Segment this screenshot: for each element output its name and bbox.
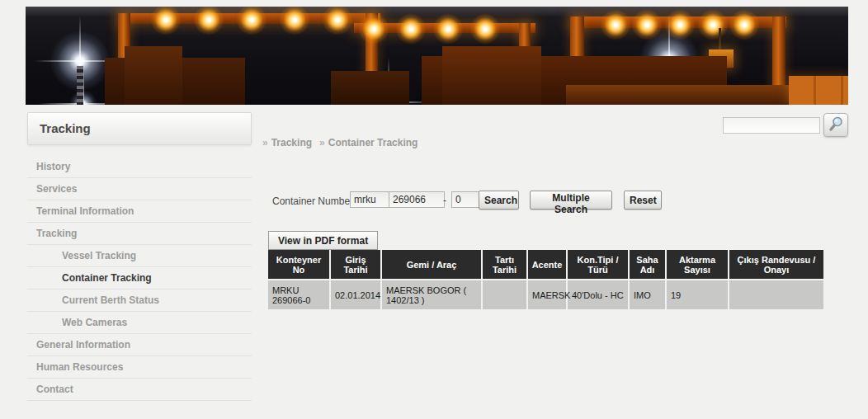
sidebar-item-history[interactable]: History [27,156,252,178]
sidebar-item-contact[interactable]: Contact [27,379,252,401]
crane-lamp [395,13,427,45]
crane-lamp [469,13,501,45]
column-header-kon-tipi-t-r: Kon.Tipi / Türü [567,250,629,280]
breadcrumb-link-tracking[interactable]: Tracking [271,137,312,148]
sidebar-item-container-tracking[interactable]: Container Tracking [27,267,252,290]
crane-lamp [150,7,182,35]
search-button[interactable]: Search [479,191,519,210]
column-header-tart-tarihi: Tartı Tarihi [482,250,527,280]
sidebar-item-terminal-information[interactable]: Terminal Information [27,200,252,223]
breadcrumb-separator: » [319,137,325,148]
container-number-label: Container Number [272,195,353,207]
crane-lamp [236,7,267,35]
column-header-aktarma-say-s: Aktarma Sayısı [666,250,729,280]
light-pole [77,66,83,105]
crane-lamp [322,7,353,35]
crane-lamp [193,7,224,35]
breadcrumb-link-container-tracking[interactable]: Container Tracking [328,137,418,148]
column-header-gemi-ara: Gemi / Araç [381,250,482,280]
sidebar-item-human-resources[interactable]: Human Resources [27,356,252,379]
table-header-row: Konteyner NoGiriş TarihiGemi / AraçTartı… [268,250,823,280]
container-stack [566,85,789,105]
crane-lamp [729,9,760,40]
table-cell: 19 [666,280,729,309]
column-header-acente: Acente [527,250,567,280]
table-cell [482,280,527,309]
table-cell: IMO [629,280,666,309]
container-row [789,76,848,105]
breadcrumb-separator: » [262,137,268,148]
column-header-saha-ad: Saha Adı [629,250,666,280]
container-results-table: Konteyner NoGiriş TarihiGemi / AraçTartı… [268,250,823,309]
table-cell: MRKU 269066-0 [268,280,330,309]
port-photo-banner [26,7,848,105]
container-prefix-input[interactable] [350,191,389,208]
table-cell: MAERSK BOGOR ( 1402/13 ) [381,280,482,309]
sidebar-title: Tracking [27,112,252,145]
site-search-input[interactable] [723,117,820,134]
reset-button[interactable]: Reset [624,191,662,210]
sidebar-item-services[interactable]: Services [27,178,252,200]
table-cell: 40'Dolu - HC [567,280,629,309]
crane-lamp [600,9,631,40]
magnifier-icon [828,115,844,132]
table-cell [729,280,823,309]
column-header-k-randevusu-onay: Çıkış Randevusu / Onayı [729,250,823,280]
container-stack [331,71,409,105]
sidebar-item-web-cameras[interactable]: Web Cameras [27,312,252,334]
sidebar: Tracking HistoryServicesTerminal Informa… [27,112,252,401]
page: Tracking HistoryServicesTerminal Informa… [0,0,868,419]
site-search-button[interactable] [823,113,848,137]
column-header-giri-tarihi: Giriş Tarihi [330,250,381,280]
column-header-konteyner-no: Konteyner No [268,250,330,280]
sidebar-item-vessel-tracking[interactable]: Vessel Tracking [27,245,252,267]
dash-separator: - [443,195,446,206]
crane-lamp [697,9,729,40]
sidebar-item-current-berth-status[interactable]: Current Berth Status [27,290,252,312]
crane-lamp [279,7,310,35]
container-check-digit-input[interactable] [451,191,481,208]
container-number-input[interactable] [389,191,445,208]
sidebar-menu: HistoryServicesTerminal InformationTrack… [27,156,252,401]
floodlight [69,90,97,105]
sidebar-item-general-information[interactable]: General Information [27,334,252,356]
crane-lamp [358,13,389,45]
table-cell: MAERSK [527,280,567,309]
container-stack [442,46,541,105]
breadcrumb: »Tracking»Container Tracking [262,137,425,148]
sidebar-item-tracking[interactable]: Tracking [27,223,252,245]
view-pdf-button[interactable]: View in PDF format [268,231,378,250]
container-stack [125,46,182,105]
multiple-search-button[interactable]: Multiple Search [530,191,612,210]
crane-lamp [432,13,464,45]
table-cell: 02.01.2014 [330,280,381,309]
table-row: MRKU 269066-002.01.2014MAERSK BOGOR ( 14… [268,280,823,309]
